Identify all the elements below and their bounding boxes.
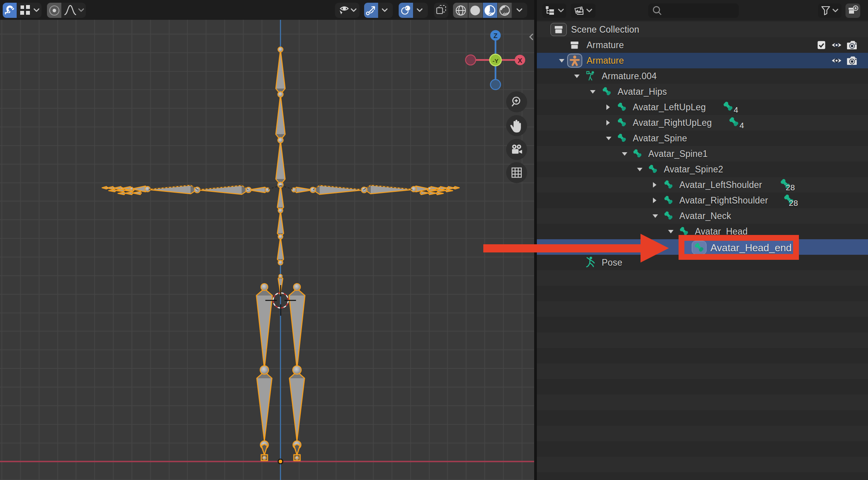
svg-text:X: X — [518, 57, 523, 64]
svg-text:-Y: -Y — [493, 57, 499, 64]
svg-text:Z: Z — [493, 32, 497, 40]
